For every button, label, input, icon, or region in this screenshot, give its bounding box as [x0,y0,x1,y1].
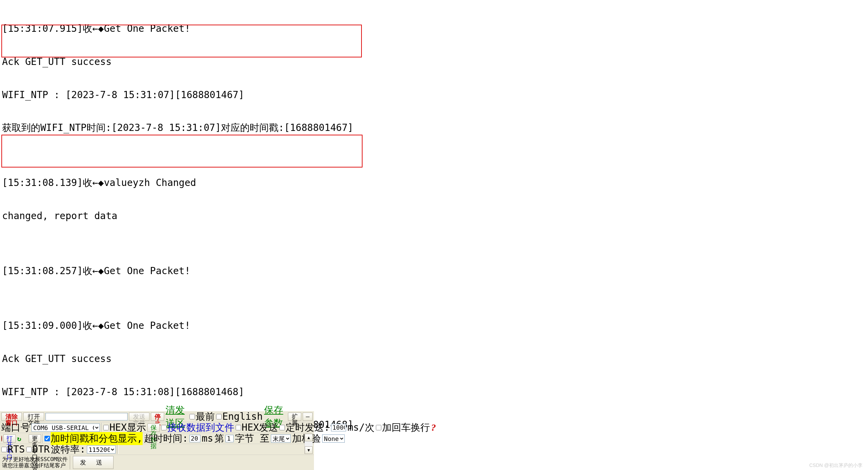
timeout-value[interactable] [189,435,200,442]
on-top-checkbox[interactable] [189,414,195,419]
recv-to-file-checkbox[interactable] [161,425,167,430]
rts-checkbox[interactable] [1,447,7,452]
scroll-down-icon[interactable]: ▼ [305,446,313,454]
log-line: changed, report data [2,211,866,221]
refresh-icon[interactable]: ↻ [17,435,21,442]
send-button[interactable]: 发 送 [73,456,114,469]
dtr-checkbox[interactable] [26,447,32,452]
record-icon [1,435,2,442]
help-icon[interactable]: ? [431,422,436,433]
port-label: 端口号 [1,421,30,434]
nth-value[interactable] [225,435,234,442]
toolbar-row-3: 打开串口 ↻ 更多串口设置 加时间戳和分包显示, 超时时间: ms 第 字节 至… [0,433,314,444]
timeout-label: 超时时间: [144,432,188,445]
open-file-button[interactable]: 打开文件 [23,413,44,421]
watermark: CSDN @初出茅庐的小李 [809,462,863,469]
stop-button[interactable]: 停止 [151,413,164,421]
log-line: [15:31:08.257]收←◆Get One Packet! [2,266,866,277]
log-line: [15:31:08.139]收←◆valueyzh Changed [2,177,866,188]
timed-send-checkbox[interactable] [279,425,285,430]
log-line: [15:31:09.000]收←◆Get One Packet! [2,320,866,331]
log-line: Ack GET_UTT success [2,353,866,364]
log-output: [15:31:07.915]收←◆Get One Packet! Ack GET… [0,0,868,470]
hex-send-checkbox[interactable] [236,425,241,430]
send-scrollbar[interactable]: ▲ ▼ [304,434,313,454]
check-combo[interactable]: None [322,434,345,443]
add-crlf-checkbox[interactable] [376,425,381,430]
expand-button[interactable]: 扩展 [288,413,301,421]
baud-label: 波特率: [51,443,86,456]
clear-window-button[interactable]: 清除窗口 [1,413,22,421]
rts-label: RTS [8,444,25,455]
byte-to-label: 字节 至 [235,432,269,445]
log-line: [15:31:07.915]收←◆Get One Packet! [2,23,866,34]
log-line: Ack GET_UTT success [2,56,866,67]
toolbar-row-4: RTS DTR 波特率: 115200 ▲ ▼ [0,444,314,455]
status-line-1: 为了更好地发展SSCOM软件 [2,456,68,462]
log-line: WIFI_NTP : [2023-7-8 15:31:08][168880146… [2,387,866,398]
send-file-button[interactable]: 发送文件 [129,413,149,421]
end-combo[interactable]: 末尾 [271,434,291,443]
dtr-label: DTR [32,444,50,455]
log-line: 获取到的WIFI_NTP时间:[2023-7-8 15:31:07]对应的时间戳… [2,122,866,133]
status-text: 为了更好地发展SSCOM软件 请您注册嘉立创F结尾客户 [0,456,70,469]
toolbar: 清除窗口 打开文件 发送文件 停止 清发送区 最前 English 保存参数 扩… [0,411,314,470]
hex-display-checkbox[interactable] [103,425,109,430]
highlight-box-2 [1,135,363,167]
file-path-input[interactable] [45,413,128,420]
timestamp-split-checkbox[interactable] [44,436,50,441]
add-crlf-label: 加回车换行 [382,421,430,434]
baud-combo[interactable]: 115200 [87,445,116,454]
timed-send-unit: ms/次 [347,421,374,434]
port-combo[interactable]: COM6 USB-SERIAL CH340 [31,424,100,432]
toolbar-row-1: 清除窗口 打开文件 发送文件 停止 清发送区 最前 English 保存参数 扩… [0,411,314,422]
english-checkbox[interactable] [216,414,222,419]
scroll-up-icon[interactable]: ▲ [305,434,313,441]
timeout-unit: ms [202,433,213,444]
open-port-button[interactable]: 打开串口 [3,434,16,443]
english-label: English [222,411,263,422]
minus-button[interactable]: — [303,413,313,421]
more-settings-button[interactable]: 更多串口设置 [29,434,41,443]
save-data-button[interactable]: 保存数据 [147,424,160,432]
timed-send-value[interactable] [331,424,346,431]
toolbar-row-2: 端口号 COM6 USB-SERIAL CH340 HEX显示 保存数据 接收数… [0,422,314,433]
status-line-2: 请您注册嘉立创F结尾客户 [2,462,68,469]
status-row: 为了更好地发展SSCOM软件 请您注册嘉立创F结尾客户 发 送 [0,455,314,470]
log-line: WIFI_NTP : [2023-7-8 15:31:07][168880146… [2,90,866,100]
nth-label: 第 [214,432,224,445]
